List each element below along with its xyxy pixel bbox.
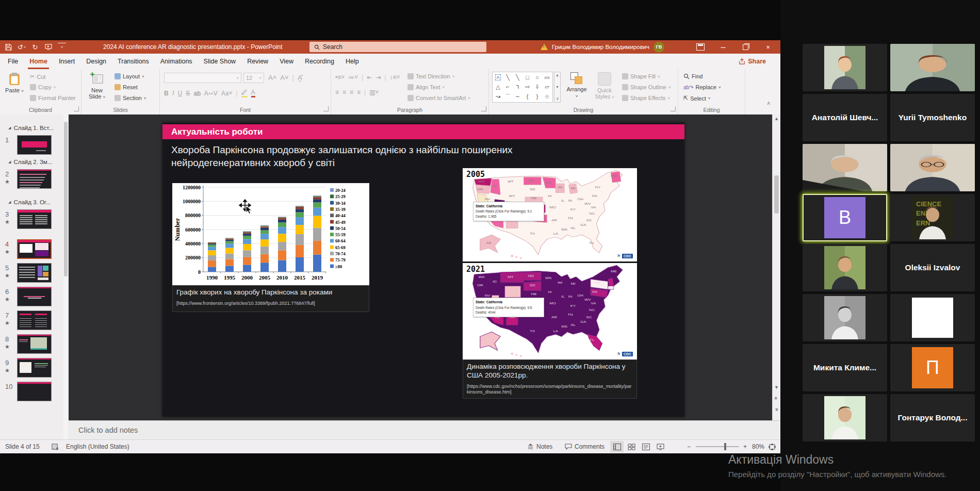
notes-toggle[interactable]: Notes [527,440,552,453]
scrollbar-thumb[interactable] [774,175,779,214]
menu-tab-insert[interactable]: Insert [53,54,80,69]
thumbnail-section-header[interactable]: Слайд 1. Вст... [8,125,54,131]
menu-tab-slide-show[interactable]: Slide Show [198,54,242,69]
participant-tile[interactable] [803,144,887,191]
maps-caption-box[interactable]: Динаміка розповсюдження хвороби Паркінсо… [463,359,637,399]
bold-button[interactable]: B [164,90,169,97]
line-spacing-button[interactable]: ↕≡˅ [390,74,400,81]
character-spacing-button[interactable]: A⇿V [204,90,218,97]
us-map-2005[interactable]: WAORCANVIDMTWYUTAZCONMNDSDNEKSOKTXMNIAMO… [463,168,637,261]
menu-tab-design[interactable]: Design [80,54,112,69]
slide-canvas[interactable]: Актуальність роботи Хвороба Паркінсона п… [162,123,684,417]
account-avatar[interactable]: ГВ [654,42,664,53]
next-slide-button[interactable]: « [773,406,780,413]
account-area[interactable]: Грицик Володимир Володимирович ГВ [541,40,664,54]
shape-outline-button[interactable]: Shape Outline ˅ [622,84,671,90]
drawing-dialog-launcher[interactable] [671,106,676,111]
participant-tile[interactable]: Гонтарук Волод... [890,394,975,441]
participant-tile[interactable] [803,294,887,341]
vertical-scrollbar[interactable]: ▲ ▼ « « [772,114,780,420]
section-button[interactable]: Section ˅ [115,95,146,101]
menu-tab-file[interactable]: File [2,54,24,69]
bullets-button[interactable]: •≡˅ [335,74,345,81]
menu-tab-animations[interactable]: Animations [155,54,198,69]
slide-thumbnail-5[interactable] [17,263,52,283]
font-name-combo[interactable]: ˅ [164,73,241,83]
quick-styles-button[interactable]: QuickStyles ˅ [592,71,617,100]
menu-tab-home[interactable]: Home [24,54,53,69]
slide-title-banner[interactable]: Актуальність роботи [162,124,684,139]
restore-button[interactable] [737,40,754,54]
zoom-slider-track[interactable] [696,446,739,447]
comments-toggle[interactable]: Comments [565,440,605,453]
participant-tile[interactable] [803,394,887,441]
highlight-color-button[interactable]: 🖉 [241,89,248,97]
participant-tile[interactable]: Oleksii Izvalov [890,244,975,291]
clear-formatting-icon[interactable]: A͓̽ [298,74,302,81]
ribbon-display-options-button[interactable] [692,40,709,54]
spell-check-icon[interactable] [52,440,59,453]
text-direction-button[interactable]: Text Direction ˅ [407,73,454,79]
slide-thumbnail-2[interactable] [17,169,52,189]
language-indicator[interactable]: English (United States) [66,440,129,453]
participant-tile[interactable] [890,144,975,191]
font-color-button[interactable]: A [251,89,255,97]
share-button[interactable]: Share [739,55,766,68]
scroll-up-icon[interactable]: ▲ [773,116,780,121]
participant-tile[interactable]: Микита Климе... [803,344,887,391]
decrease-indent-button[interactable]: ⇤ [367,74,372,81]
minimize-button[interactable]: ─ [714,40,732,54]
zoom-in-button[interactable]: + [743,440,747,453]
menu-tab-recording[interactable]: Recording [299,54,340,69]
new-slide-button[interactable]: NewSlide ˅ [85,71,109,100]
align-left-button[interactable]: ≡ [335,89,339,96]
arrange-button[interactable]: Arrange˅ [564,71,589,99]
undo-icon[interactable]: ↺˅ [18,43,26,51]
slideshow-view-button[interactable] [654,441,667,452]
save-icon[interactable] [4,43,12,51]
menu-tab-review[interactable]: Review [241,54,274,69]
reset-button[interactable]: Reset [115,84,138,90]
participant-tile[interactable] [890,294,975,341]
format-painter-button[interactable]: Format Painter [30,95,76,101]
shape-effects-button[interactable]: Shape Effects ˅ [622,95,670,101]
participant-tile[interactable] [890,44,975,91]
thumbnail-section-header[interactable]: Слайд 3. Ог... [8,199,51,205]
zoom-level[interactable]: 80% [752,440,764,453]
participant-tile[interactable]: Yurii Tymoshenko [890,94,975,141]
zoom-out-button[interactable]: − [687,440,691,453]
clipboard-dialog-launcher[interactable] [74,106,79,111]
paste-button[interactable]: Paste ˅ [2,71,27,93]
shapes-gallery-scroll[interactable]: ▲▼⊽ [554,72,561,103]
numbering-button[interactable]: ≔˅ [348,74,358,81]
layout-button[interactable]: Layout ˅ [115,73,144,79]
slide-sorter-view-button[interactable] [625,441,638,452]
thumbnail-section-header[interactable]: Слайд 2. Зм... [8,159,52,165]
slide-thumbnail-1[interactable] [17,135,52,155]
thumbnail-scrollbar[interactable] [63,114,68,439]
menu-tab-help[interactable]: Help [340,54,365,69]
collapse-ribbon-button[interactable]: ˄ [767,100,770,106]
font-dialog-launcher[interactable] [323,106,329,111]
find-button[interactable]: Find [683,73,703,79]
slide-thumbnail-3[interactable] [17,209,52,229]
scroll-down-icon[interactable]: ▼ [773,385,780,390]
qat-customize-icon[interactable]: ˅ [58,43,66,52]
reading-view-button[interactable] [639,441,652,452]
copy-button[interactable]: Copy ˅ [30,84,56,90]
change-case-button[interactable]: Aa˅ [221,90,233,97]
justify-button[interactable]: ≡ [357,89,361,96]
slide-thumbnail-4[interactable] [17,239,52,259]
slide-thumbnail-9[interactable] [17,358,52,378]
slide-number-indicator[interactable]: Slide 4 of 15 [5,440,40,453]
italic-button[interactable]: I [172,89,174,97]
participant-tile[interactable]: Анатолій Шевч... [803,94,887,141]
align-right-button[interactable]: ≡ [350,89,353,96]
fit-to-window-button[interactable] [769,440,776,453]
close-button[interactable]: × [759,40,777,54]
replace-button[interactable]: ab↷Replace ˅ [683,84,721,90]
parkinsons-chart[interactable]: 0200000400000600000800000100000012000001… [172,183,369,285]
shapes-gallery[interactable]: A╲╲□○▭ △⌐٦⇨⇩▱ ↝⌒∼{}☆ [492,72,553,103]
text-shadow-button[interactable]: ab [193,90,200,97]
slide-thumbnail-8[interactable] [17,334,52,354]
